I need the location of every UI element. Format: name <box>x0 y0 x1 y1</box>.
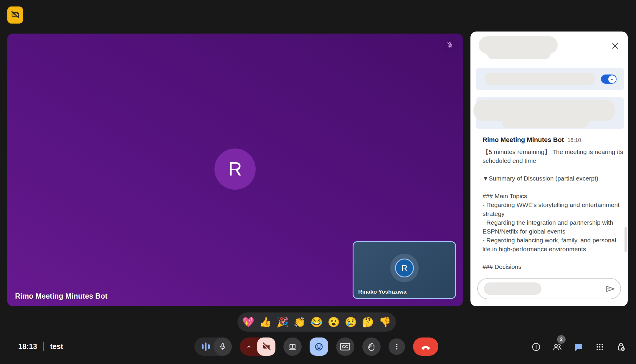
chat-message: Rimo Meeting Minutes Bot 18:10 【5 minute… <box>483 136 623 271</box>
meeting-details-button[interactable] <box>531 342 541 352</box>
hangup-icon <box>419 342 432 351</box>
meeting-name: test <box>50 342 63 351</box>
grid-icon <box>595 342 605 352</box>
chat-icon <box>573 342 584 352</box>
raise-hand-button[interactable] <box>362 337 381 356</box>
toggle-knob <box>608 75 616 83</box>
message-toggle-row <box>476 68 624 90</box>
camera-toggle[interactable] <box>257 337 275 356</box>
lock-person-icon <box>616 342 626 352</box>
pip-avatar-letter: R <box>401 263 408 273</box>
notice-box <box>476 97 624 129</box>
main-avatar: R <box>214 148 256 190</box>
activities-button[interactable] <box>594 342 605 352</box>
chat-input-field[interactable] <box>477 278 621 299</box>
reaction-party[interactable]: 🎉 <box>277 317 289 327</box>
app-logo-badge <box>7 6 23 24</box>
leave-call-button[interactable] <box>413 337 438 356</box>
pip-video-tile[interactable]: R Rinako Yoshizawa <box>353 241 456 299</box>
reaction-heart[interactable]: 💖 <box>242 317 255 327</box>
captions-button[interactable]: CC <box>336 337 354 356</box>
message-body: 【5 minutes remaining】 The meeting is nea… <box>483 148 623 271</box>
clock: 18:13 <box>18 342 37 351</box>
voice-activity-icon <box>199 337 213 356</box>
participants-count-badge: 2 <box>557 335 566 344</box>
present-button[interactable] <box>283 337 302 356</box>
redacted-notice-text <box>502 116 589 128</box>
send-icon <box>604 283 616 294</box>
host-controls-button[interactable] <box>616 342 626 352</box>
send-button[interactable] <box>604 283 616 295</box>
chevron-up-icon <box>245 343 252 350</box>
pip-avatar: R <box>395 259 414 277</box>
divider <box>43 342 44 351</box>
camera-options-chevron[interactable] <box>242 337 256 356</box>
close-icon <box>611 42 619 50</box>
raise-hand-icon <box>366 342 376 352</box>
reaction-cry[interactable]: 😢 <box>345 317 357 327</box>
info-icon <box>531 342 541 352</box>
reactions-bar: 💖 👍 🎉 👏 😂 😮 😢 🤔 👎 <box>237 312 396 332</box>
captions-icon: CC <box>340 343 350 350</box>
mic-icon <box>218 342 228 352</box>
pip-avatar-halo: R <box>390 254 419 282</box>
watermark-off-icon <box>10 9 21 21</box>
chat-panel: Rimo Meeting Minutes Bot 18:10 【5 minute… <box>470 32 628 306</box>
more-options-icon <box>392 342 401 351</box>
toggle-switch[interactable] <box>601 75 617 84</box>
panel-buttons: 2 <box>531 342 626 352</box>
mic-off-badge <box>443 38 456 52</box>
meet-screen: R Rimo Meeting Minutes Bot R Rinako Yosh… <box>0 0 636 364</box>
mic-button[interactable] <box>194 337 232 356</box>
scrollbar-thumb[interactable] <box>625 227 627 252</box>
reaction-thumbs-down[interactable]: 👎 <box>379 317 391 327</box>
redacted-input-placeholder <box>484 282 541 295</box>
camera-off-icon <box>261 341 272 352</box>
reaction-laugh[interactable]: 😂 <box>310 317 323 327</box>
smiley-icon <box>313 341 324 352</box>
meeting-info: 18:13 test <box>18 342 63 351</box>
message-time: 18:10 <box>567 137 581 143</box>
mic-off-icon <box>446 41 454 49</box>
reaction-surprised[interactable]: 😮 <box>328 317 340 327</box>
pip-tile-name-label: Rinako Yoshizawa <box>358 289 407 295</box>
call-controls: CC <box>194 337 438 356</box>
chat-button[interactable] <box>573 342 584 352</box>
reaction-thumbs-up[interactable]: 👍 <box>260 317 272 327</box>
redacted-panel-title <box>479 36 558 54</box>
main-avatar-letter: R <box>228 158 242 180</box>
mic-toggle[interactable] <box>214 337 232 356</box>
participants-button[interactable]: 2 <box>552 342 563 352</box>
check-icon <box>610 77 614 82</box>
reaction-clap[interactable]: 👏 <box>293 317 305 327</box>
close-panel-button[interactable] <box>610 41 620 51</box>
reactions-button[interactable] <box>310 337 328 356</box>
reaction-thinking[interactable]: 🤔 <box>362 317 374 327</box>
redacted-toggle-label <box>485 73 595 85</box>
message-sender: Rimo Meeting Minutes Bot <box>483 136 564 144</box>
present-screen-icon <box>287 341 298 352</box>
camera-button[interactable] <box>240 337 275 356</box>
main-tile-name-label: Rimo Meeting Minutes Bot <box>15 292 108 300</box>
more-options-button[interactable] <box>389 338 405 355</box>
